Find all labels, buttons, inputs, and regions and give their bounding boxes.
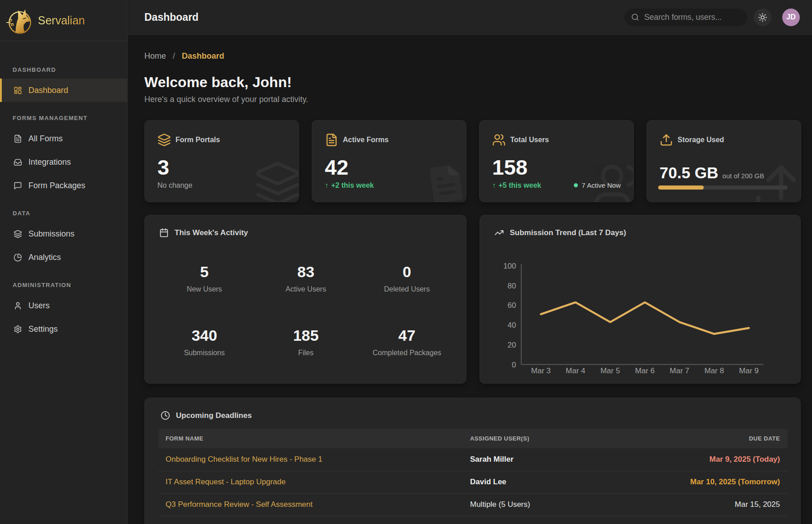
svg-text:Mar 9: Mar 9 [739,366,758,375]
svg-text:80: 80 [508,282,516,290]
svg-text:100: 100 [503,262,516,270]
svg-text:Mar 4: Mar 4 [566,366,585,375]
svg-text:Mar 3: Mar 3 [531,366,550,375]
svg-text:Mar 7: Mar 7 [670,366,689,375]
svg-text:40: 40 [508,321,516,329]
svg-text:60: 60 [508,301,516,310]
svg-text:0: 0 [512,361,516,369]
svg-text:20: 20 [508,341,516,349]
svg-text:Mar 5: Mar 5 [600,366,620,375]
svg-text:Mar 8: Mar 8 [704,366,724,375]
svg-text:Mar 6: Mar 6 [635,366,655,375]
